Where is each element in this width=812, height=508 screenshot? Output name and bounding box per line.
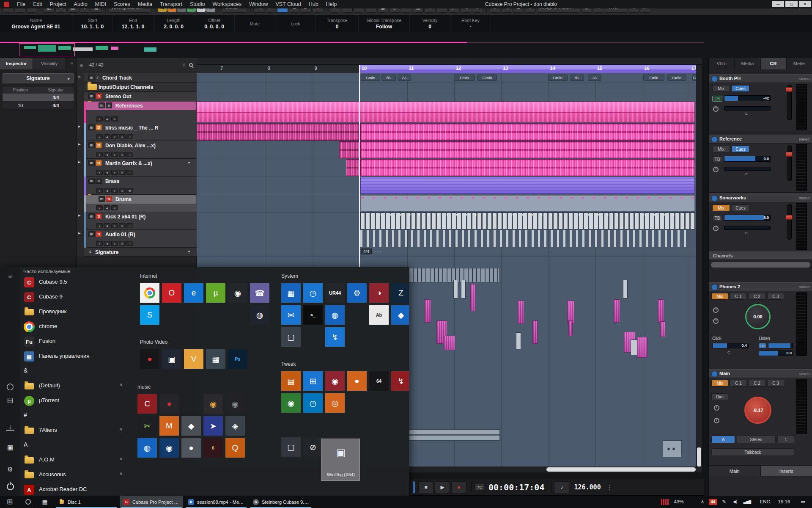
start-item-проводник[interactable]: Проводник [20, 304, 126, 319]
phase-knob-icon[interactable] [713, 106, 719, 112]
clip-waveDim[interactable] [346, 159, 360, 176]
cue-select-button[interactable]: C 1 [730, 380, 747, 387]
event-grayBar[interactable] [623, 280, 628, 298]
network-tray-icon[interactable]: ▃▅▇ [741, 496, 754, 508]
phase-knob-icon[interactable] [713, 226, 719, 231]
event-pink[interactable] [660, 321, 665, 337]
track-state-button[interactable]: s [106, 102, 112, 108]
music-app-tile[interactable]: ➤ [203, 416, 223, 436]
windbg-tile[interactable]: ▣WinDbg (X64) [321, 439, 360, 481]
track-state-button[interactable]: S [96, 213, 102, 219]
v-scrollbar-track[interactable] [696, 65, 702, 472]
signature-event[interactable]: 4/4 [361, 248, 372, 254]
track-row-chord-track[interactable]: ≡m♪Chord Track [77, 73, 197, 83]
listen-level-slider[interactable]: 0.0 [759, 351, 793, 356]
battery-percent[interactable]: 43% [672, 496, 686, 508]
clip-waveDim[interactable] [197, 124, 360, 141]
tweak-64-tile[interactable]: 64 [369, 371, 389, 391]
calculator-tile[interactable]: ▦ [281, 283, 301, 303]
talkback-button[interactable]: Talkback [711, 448, 794, 456]
menu-help[interactable]: Help [322, 0, 341, 8]
track-sub-button[interactable]: ● [96, 134, 103, 139]
clip-purple[interactable] [360, 177, 695, 194]
track-sub-button[interactable]: ◀ [104, 170, 110, 175]
start-item-µtorrent[interactable]: µµTorrent [20, 393, 126, 408]
app-tile[interactable]: Z [391, 283, 409, 303]
start-item-chrome[interactable]: chrome [20, 319, 126, 334]
track-sub-button[interactable]: ● [96, 116, 103, 121]
track-sub-button[interactable]: e [111, 223, 118, 228]
monitor-knob-icon[interactable] [714, 405, 719, 411]
signature-row[interactable]: 104/4 [3, 102, 74, 109]
cue-pan-slider[interactable] [724, 106, 771, 110]
chrome-tile[interactable] [140, 283, 159, 303]
track-row-brass[interactable]: msBrass●◀e≣▦ [77, 177, 197, 195]
event-pink[interactable] [532, 320, 538, 344]
cue-level-slider[interactable]: -42 [724, 95, 771, 101]
opera-tile[interactable]: O [162, 283, 181, 303]
listen-enable-badge[interactable]: LE [759, 343, 766, 348]
menu-scores[interactable]: Scores [110, 0, 134, 8]
track-row-martin-garrix-x-[interactable]: ▶mDMartin Garrix & ...x)▼●◀e≣○ [77, 159, 197, 177]
menu-studio[interactable]: Studio [186, 0, 208, 8]
chord-event[interactable]: Fmin [454, 75, 475, 81]
phones-level-knob[interactable]: 0.00 [745, 304, 771, 329]
track-sub-button[interactable]: ≣ [111, 116, 118, 121]
tweak-tile[interactable]: ▤ [281, 371, 301, 391]
cue-level-slider[interactable]: 0.0 [724, 156, 771, 162]
track-sub-button[interactable]: ◀ [104, 134, 110, 139]
event-pink[interactable] [425, 299, 431, 323]
cubase-tile[interactable]: C [137, 394, 157, 414]
collapsed-rack-bar[interactable] [711, 262, 810, 268]
search-button[interactable] [19, 496, 36, 508]
track-mute-button[interactable]: m [88, 75, 95, 80]
clip-slicesSparse[interactable] [360, 230, 690, 247]
menu-window[interactable]: Window [245, 0, 272, 8]
mix-button[interactable]: Mix [711, 380, 728, 387]
chord-event[interactable]: Gmin [477, 75, 497, 81]
track-sub-button[interactable]: ≣ [111, 205, 118, 210]
menu-file[interactable]: File [13, 0, 29, 8]
menu-edit[interactable]: Edit [29, 0, 46, 8]
expand-arrow-icon[interactable]: ▶ [78, 232, 82, 236]
track-row-drums[interactable]: mSDrums●◀≣ [77, 195, 197, 212]
track-sub-button[interactable]: ≣ [119, 223, 126, 228]
menu-project[interactable]: Project [46, 0, 70, 8]
chord-event[interactable]: Fmin [643, 75, 664, 81]
event-grayBar[interactable] [461, 280, 466, 298]
click-level-slider[interactable]: 0.4 [712, 343, 749, 348]
dim-button[interactable]: Dim [711, 393, 728, 400]
mix-button[interactable]: Mix [712, 204, 730, 211]
track-mute-button[interactable]: m [88, 213, 95, 219]
track-state-button[interactable]: D [96, 160, 102, 166]
music-app-tile[interactable]: ◍ [137, 438, 157, 458]
tab-vsti[interactable]: VSTi [709, 58, 735, 69]
talkback-tb-button[interactable]: TB [712, 96, 722, 102]
event-grayBar[interactable] [516, 332, 521, 349]
music-app-tile[interactable]: 6 [203, 438, 223, 458]
phones-knob-icon[interactable] [713, 318, 719, 324]
app-tile[interactable]: ▢ [281, 437, 301, 457]
fonts-tile[interactable]: Ab [369, 305, 389, 325]
clip-wave[interactable] [360, 159, 695, 176]
start-item--default-[interactable]: (Default)∨ [20, 378, 126, 393]
downmix-knob-icon[interactable] [714, 418, 719, 423]
music-app-tile[interactable]: ◈ [225, 416, 245, 436]
chord-event[interactable]: Cmin [361, 75, 380, 81]
info-value[interactable]: Groove Agent SE 01 [12, 23, 60, 30]
mail-tile[interactable]: ✉ [281, 305, 301, 325]
track-sub-button[interactable]: ○ [126, 170, 133, 175]
track-sub-button[interactable]: ● [96, 152, 103, 157]
tweak-tile[interactable]: ◉ [281, 393, 301, 413]
clip-refsB[interactable] [197, 112, 695, 122]
browser-tile[interactable]: ◉ [228, 283, 247, 303]
cues-button[interactable]: Cues [732, 85, 749, 92]
menu-hub[interactable]: Hub [305, 0, 322, 8]
track-sub-button[interactable]: ≣ [119, 170, 126, 175]
track-sub-button[interactable]: ● [96, 188, 103, 193]
section-letter-&[interactable]: & [24, 367, 41, 375]
chord-event[interactable]: B♭ [570, 75, 584, 81]
alarms-tile[interactable]: ◷ [303, 283, 323, 303]
skype-tile[interactable]: S [140, 305, 159, 325]
track-sub-button[interactable]: ≣ [119, 241, 126, 246]
